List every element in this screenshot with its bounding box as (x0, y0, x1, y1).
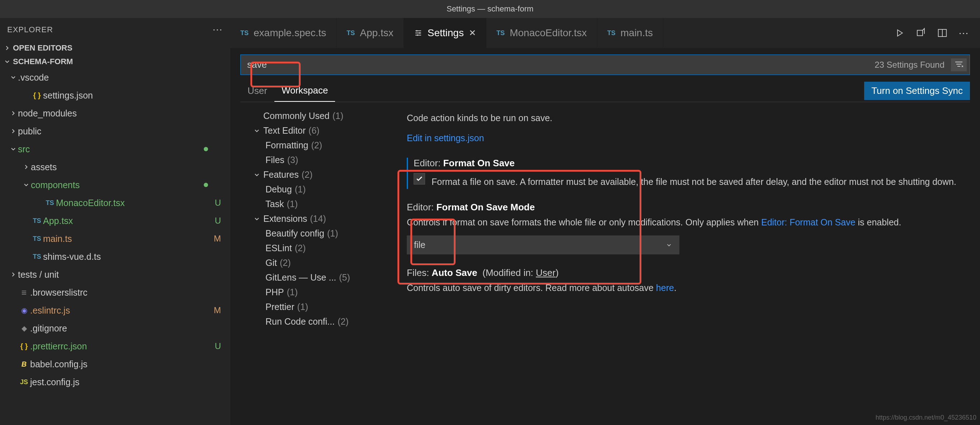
toc-item[interactable]: Run Code confi... (2) (240, 314, 391, 329)
settings-list[interactable]: Code action kinds to be run on save. Edi… (398, 109, 970, 425)
scope-workspace-tab[interactable]: Workspace (274, 80, 336, 102)
project-section[interactable]: SCHEMA-FORM (0, 55, 230, 68)
item-label: main.ts (43, 234, 72, 244)
editor-tab[interactable]: TSMonacoEditor.tsx (487, 18, 597, 48)
toc-label: PHP (266, 287, 284, 297)
item-label: settings.json (43, 90, 93, 101)
ts-icon: TS (347, 29, 355, 37)
editor-tab[interactable]: TSexample.spec.ts (230, 18, 336, 48)
editor-tab[interactable]: TSmain.ts (597, 18, 663, 48)
file-item[interactable]: { }.prettierrc.jsonU (0, 337, 230, 355)
toc-item[interactable]: Prettier (1) (240, 300, 391, 314)
edit-in-settings-link[interactable]: Edit in settings.json (407, 133, 484, 143)
chevron-right-icon (22, 163, 31, 171)
split-editor-icon[interactable] (937, 28, 948, 38)
toc-item[interactable]: Files (3) (240, 153, 391, 167)
file-item[interactable]: TSmain.tsM (0, 230, 230, 247)
open-editors-section[interactable]: OPEN EDITORS (0, 41, 230, 55)
curly-icon: { } (18, 342, 30, 350)
toc-item[interactable]: GitLens — Use ... (5) (240, 270, 391, 285)
more-actions-icon[interactable]: ⋯ (958, 27, 969, 39)
item-label: src (18, 144, 30, 154)
setting-title: Editor: Format On Save Mode (407, 202, 970, 213)
chevron-down-icon (9, 146, 18, 153)
autosave-here-link[interactable]: here (656, 283, 674, 293)
curly-icon: { } (31, 91, 43, 100)
editor-tab[interactable]: Settings✕ (404, 18, 487, 48)
explorer-title: EXPLORER (7, 25, 53, 34)
settings-sync-button[interactable]: Turn on Settings Sync (864, 82, 970, 100)
file-item[interactable]: TSApp.tsxU (0, 212, 230, 230)
toc-item[interactable]: Commonly Used (1) (240, 109, 391, 123)
file-item[interactable]: TSshims-vue.d.ts (0, 247, 230, 266)
folder-item[interactable]: src (0, 140, 230, 158)
setting-format-on-save: Editor: Format On Save Format a file on … (407, 158, 970, 189)
toc-count: (2) (295, 243, 306, 253)
chevron-down-icon (253, 127, 261, 134)
chevron-down-icon (253, 171, 261, 178)
git-modified-dot (204, 183, 208, 187)
setting-reference-link[interactable]: Editor: Format On Save (761, 217, 856, 227)
file-item[interactable]: TSMonacoEditor.tsxU (0, 194, 230, 212)
chevron-down-icon (9, 74, 18, 81)
setting-desc: Format a file on save. A formatter must … (431, 175, 956, 189)
toc-item[interactable]: ESLint (2) (240, 241, 391, 255)
item-label: components (31, 180, 80, 190)
folder-item[interactable]: assets (0, 158, 230, 176)
toc-item[interactable]: Features (2) (240, 167, 391, 182)
toc-label: GitLens — Use ... (266, 272, 336, 283)
scope-user-tab[interactable]: User (240, 80, 274, 101)
item-label: tests / unit (18, 270, 59, 280)
item-label: node_modules (18, 108, 77, 119)
settings-search-input[interactable] (241, 55, 868, 75)
toc-label: Run Code confi... (266, 316, 335, 327)
format-on-save-mode-select[interactable]: file (407, 235, 679, 254)
toc-item[interactable]: Text Editor (6) (240, 123, 391, 138)
editor-tab[interactable]: TSApp.tsx (336, 18, 404, 48)
close-icon[interactable]: ✕ (469, 28, 476, 38)
format-on-save-checkbox[interactable] (414, 173, 425, 184)
ts-icon: TS (31, 235, 43, 243)
toc-label: Beautify config (266, 228, 324, 239)
chevron-down-icon (3, 58, 11, 65)
folder-item[interactable]: components (0, 176, 230, 194)
file-item[interactable]: { }settings.json (0, 86, 230, 104)
svg-point-4 (419, 32, 420, 34)
toc-label: Extensions (263, 214, 307, 224)
item-label: .prettierrc.json (30, 341, 87, 352)
file-item[interactable]: JSjest.config.js (0, 373, 230, 391)
toc-count: (2) (311, 140, 322, 151)
tab-label: App.tsx (360, 27, 393, 39)
toc-item[interactable]: Git (2) (240, 255, 391, 270)
folder-item[interactable]: public (0, 122, 230, 140)
folder-item[interactable]: .vscode (0, 68, 230, 86)
toc-item[interactable]: Task (1) (240, 197, 391, 211)
toc-item[interactable]: Formatting (2) (240, 138, 391, 153)
window-title: Settings — schema-form (447, 4, 533, 14)
toc-item[interactable]: Beautify config (1) (240, 226, 391, 241)
file-item[interactable]: ≡.browserslistrc (0, 284, 230, 301)
open-changes-icon[interactable] (915, 28, 926, 38)
folder-item[interactable]: tests / unit (0, 266, 230, 284)
toc-item[interactable]: Debug (1) (240, 182, 391, 197)
file-item[interactable]: ◆.gitignore (0, 319, 230, 337)
settings-found-count: 23 Settings Found (868, 60, 951, 70)
item-label: .gitignore (30, 323, 67, 334)
chevron-down-icon (253, 216, 261, 222)
git-status-badge: U (215, 341, 221, 351)
run-icon[interactable] (894, 28, 905, 38)
filter-icon[interactable] (951, 59, 967, 71)
toc-count: (1) (298, 302, 309, 312)
setting-desc: Code action kinds to be run on save. (407, 111, 970, 125)
toc-count: (2) (302, 170, 313, 180)
file-item[interactable]: ◉.eslintrc.jsM (0, 301, 230, 319)
folder-item[interactable]: node_modules (0, 104, 230, 122)
toc-item[interactable]: Extensions (14) (240, 211, 391, 226)
tab-label: main.ts (620, 27, 653, 39)
toc-item[interactable]: PHP (1) (240, 285, 391, 300)
more-icon[interactable]: ⋯ (212, 24, 223, 35)
setting-title: Editor: Format On Save (414, 158, 970, 169)
toc-label: Task (266, 199, 284, 209)
git-status-badge: M (214, 234, 221, 244)
file-item[interactable]: Bbabel.config.js (0, 355, 230, 373)
